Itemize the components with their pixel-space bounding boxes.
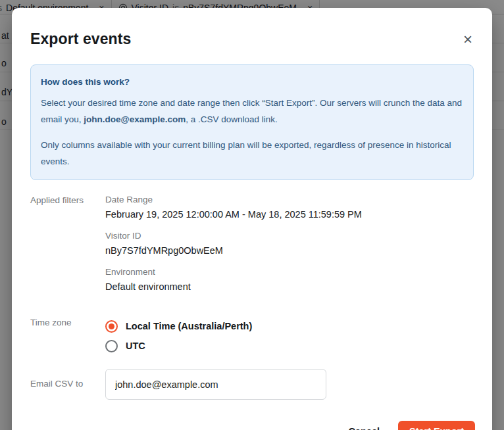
email-row: Email CSV to [30, 369, 474, 400]
info-heading: How does this work? [41, 74, 463, 90]
radio-local-time[interactable]: Local Time (Australia/Perth) [105, 316, 474, 336]
applied-filters-list: Date Range February 19, 2025 12:00:00 AM… [105, 194, 474, 302]
start-export-button[interactable]: Start Export [398, 421, 475, 430]
modal-header: Export events × [12, 8, 492, 48]
cancel-button[interactable]: Cancel [348, 426, 380, 430]
filter-item-environment: Environment Default environment [105, 266, 474, 294]
info-paragraph-1: Select your desired time zone and date r… [41, 95, 463, 128]
radio-utc[interactable]: UTC [105, 336, 474, 356]
filter-label: Date Range [105, 194, 474, 206]
applied-filters-label: Applied filters [30, 194, 105, 205]
info-paragraph-2: Only columns available with your current… [41, 137, 463, 170]
info-text: , a .CSV download link. [186, 114, 278, 124]
filter-item-date-range: Date Range February 19, 2025 12:00:00 AM… [105, 194, 474, 222]
filter-value: Default environment [105, 280, 474, 294]
time-zone-row: Time zone Local Time (Australia/Perth) U… [30, 316, 474, 356]
export-events-modal: Export events × How does this work? Sele… [12, 8, 492, 430]
filter-value: nBy7S7fdYMRpg0ObwEeM [105, 244, 474, 258]
filter-item-visitor-id: Visitor ID nBy7S7fdYMRpg0ObwEeM [105, 230, 474, 258]
radio-selected-icon[interactable] [105, 320, 118, 333]
email-label: Email CSV to [30, 369, 105, 389]
modal-footer: Cancel Start Export [12, 400, 492, 430]
radio-label: UTC [126, 341, 145, 351]
filter-value: February 19, 2025 12:00:00 AM - May 18, … [105, 208, 474, 222]
filter-label: Environment [105, 266, 474, 278]
applied-filters-row: Applied filters Date Range February 19, … [30, 194, 474, 302]
export-form: Applied filters Date Range February 19, … [12, 194, 492, 400]
info-callout: How does this work? Select your desired … [30, 64, 474, 180]
filter-label: Visitor ID [105, 230, 474, 242]
page-title: Export events [30, 30, 131, 48]
info-email: john.doe@example.com [84, 114, 186, 124]
close-icon[interactable]: × [459, 32, 476, 47]
time-zone-options: Local Time (Australia/Perth) UTC [105, 316, 474, 356]
time-zone-label: Time zone [30, 316, 105, 327]
email-field-wrap [105, 369, 474, 400]
email-field[interactable] [105, 369, 326, 400]
radio-unselected-icon[interactable] [105, 340, 118, 352]
radio-label: Local Time (Australia/Perth) [126, 321, 252, 331]
